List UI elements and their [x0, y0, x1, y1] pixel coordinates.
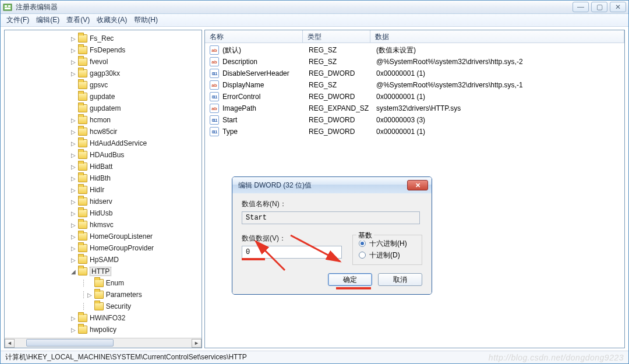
minimize-button[interactable]: —	[573, 2, 589, 12]
cell-data: @%SystemRoot%\system32\drivers\http.sys,…	[376, 81, 624, 89]
tree-item-label: HidBatt	[90, 162, 112, 171]
dialog-titlebar[interactable]: 编辑 DWORD (32 位)值 ✕	[232, 177, 432, 193]
base-radio-group: 基数 十六进制(H) 十进制(D)	[352, 235, 422, 265]
maximize-button[interactable]: ▢	[591, 2, 607, 12]
menu-file[interactable]: 文件(F)	[3, 14, 33, 26]
chevron-right-icon[interactable]: ▷	[70, 117, 77, 123]
tree-item[interactable]: ▷HDAudBus	[5, 149, 202, 161]
tree-item[interactable]: ▷HidBatt	[5, 161, 202, 172]
string-value-icon: ab	[210, 57, 219, 66]
chevron-right-icon[interactable]: ▷	[70, 257, 77, 263]
tree-h-scrollbar[interactable]: ◄ ►	[5, 338, 202, 348]
chevron-right-icon[interactable]: ▷	[70, 152, 77, 158]
chevron-right-icon[interactable]: ▷	[70, 234, 77, 240]
tree-item[interactable]: ┊ Security	[5, 301, 202, 312]
chevron-right-icon[interactable]: ▷	[70, 129, 77, 135]
close-button[interactable]: ✕	[610, 2, 626, 12]
menu-fav[interactable]: 收藏夹(A)	[93, 14, 130, 26]
tree-item-label: gagp30kx	[90, 69, 120, 77]
annotation-redline-ok	[336, 287, 371, 289]
tree-item[interactable]: ┊ ▷Parameters	[5, 289, 202, 301]
tree-item[interactable]: ▷HWiNFO32	[5, 312, 202, 324]
tree-item[interactable]: ▷gagp30kx	[5, 68, 202, 79]
chevron-right-icon[interactable]: ▷	[70, 210, 77, 217]
folder-icon	[78, 244, 87, 252]
chevron-right-icon[interactable]: ▷	[70, 245, 77, 252]
tree-item[interactable]: ┊ Enum	[5, 277, 202, 289]
value-name-field	[242, 211, 420, 224]
tree-item[interactable]: gupdatem	[5, 103, 202, 114]
radio-dec[interactable]: 十进制(D)	[359, 249, 416, 261]
col-header-data[interactable]: 数据	[370, 30, 624, 43]
tree-item[interactable]: ▷FsDepends	[5, 44, 202, 56]
cancel-button[interactable]: 取消	[378, 273, 422, 286]
col-header-type[interactable]: 类型	[303, 30, 370, 43]
cell-data: (数值未设置)	[376, 45, 624, 55]
menu-view[interactable]: 查看(V)	[63, 14, 93, 26]
list-row[interactable]: 011TypeREG_DWORD0x00000001 (1)	[205, 126, 624, 137]
tree-item-label: Fs_Rec	[90, 34, 114, 43]
string-value-icon: ab	[210, 45, 219, 55]
list-row[interactable]: abDescriptionREG_SZ@%SystemRoot%\system3…	[205, 56, 624, 68]
tree-item[interactable]: ▷hidserv	[5, 196, 202, 207]
tree-item-label: Parameters	[106, 291, 142, 299]
scroll-right-icon[interactable]: ►	[192, 339, 202, 348]
folder-icon	[78, 116, 87, 124]
tree-item[interactable]: ▷Fs_Rec	[5, 33, 202, 44]
chevron-right-icon[interactable]: ▷	[70, 222, 77, 228]
dialog-close-button[interactable]: ✕	[407, 180, 428, 190]
chevron-right-icon[interactable]: ▷	[70, 47, 77, 54]
chevron-right-icon[interactable]: ▷	[70, 187, 77, 193]
menu-edit[interactable]: 编辑(E)	[33, 14, 63, 26]
list-row[interactable]: abImagePathREG_EXPAND_SZsystem32\drivers…	[205, 103, 624, 114]
tree-item[interactable]: gupdate	[5, 91, 202, 103]
chevron-right-icon[interactable]: ▷	[70, 140, 77, 147]
tree-item[interactable]: ▷hwpolicy	[5, 324, 202, 335]
chevron-right-icon[interactable]: ▷	[70, 327, 77, 333]
chevron-right-icon[interactable]: ▷	[70, 315, 77, 321]
col-header-name[interactable]: 名称	[205, 30, 303, 43]
menu-help[interactable]: 帮助(H)	[130, 14, 161, 26]
scroll-track[interactable]	[15, 339, 192, 348]
chevron-right-icon[interactable]: ▷	[70, 36, 77, 42]
tree-item[interactable]: ▷HomeGroupListener	[5, 231, 202, 242]
tree-item[interactable]: ▷HidUsb	[5, 207, 202, 219]
tree-item[interactable]: ▷hkmsvc	[5, 219, 202, 231]
list-row[interactable]: 011StartREG_DWORD0x00000003 (3)	[205, 114, 624, 126]
string-value-icon: ab	[210, 104, 219, 113]
list-row[interactable]: ab(默认)REG_SZ(数值未设置)	[205, 44, 624, 56]
tree-item[interactable]: ◢HTTP	[5, 266, 202, 277]
chevron-right-icon[interactable]: ▷	[70, 175, 77, 182]
folder-icon	[78, 128, 87, 136]
svg-rect-2	[8, 5, 10, 7]
chevron-right-icon[interactable]: ▷	[70, 164, 77, 170]
chevron-down-icon[interactable]: ◢	[70, 268, 77, 275]
tree-item[interactable]: ▷HidBth	[5, 172, 202, 184]
scroll-thumb[interactable]	[26, 339, 114, 347]
list-row[interactable]: abDisplayNameREG_SZ@%SystemRoot%\system3…	[205, 79, 624, 91]
cell-type: REG_SZ	[309, 81, 376, 89]
chevron-right-icon[interactable]: ▷	[86, 292, 93, 298]
tree-item-label: hidserv	[90, 197, 112, 206]
value-data-field[interactable]	[242, 246, 342, 259]
scroll-left-icon[interactable]: ◄	[5, 339, 15, 348]
tree-item[interactable]: ▷HidIr	[5, 184, 202, 196]
cell-type: REG_DWORD	[309, 69, 376, 77]
tree-item[interactable]: ▷hcmon	[5, 114, 202, 126]
dialog-body: 数值名称(N)： 数值数据(V)： 基数 十六进制(H)	[232, 193, 432, 294]
tree-item[interactable]: ▷HomeGroupProvider	[5, 242, 202, 254]
chevron-right-icon[interactable]: ▷	[70, 70, 77, 77]
tree-item[interactable]: ▷hcw85cir	[5, 126, 202, 137]
tree-item[interactable]: ▷fvevol	[5, 56, 202, 68]
tree-item[interactable]: gpsvc	[5, 79, 202, 91]
list-row[interactable]: 011DisableServerHeaderREG_DWORD0x0000000…	[205, 68, 624, 79]
window-title: 注册表编辑器	[16, 2, 573, 12]
tree-item[interactable]: ▷HpSAMD	[5, 254, 202, 266]
list-header: 名称 类型 数据	[205, 30, 624, 43]
chevron-right-icon[interactable]: ▷	[70, 199, 77, 205]
folder-icon	[78, 81, 87, 89]
tree-item[interactable]: ▷HdAudAddService	[5, 137, 202, 149]
list-row[interactable]: 011ErrorControlREG_DWORD0x00000001 (1)	[205, 91, 624, 103]
ok-button[interactable]: 确定	[328, 273, 372, 286]
chevron-right-icon[interactable]: ▷	[70, 59, 77, 65]
